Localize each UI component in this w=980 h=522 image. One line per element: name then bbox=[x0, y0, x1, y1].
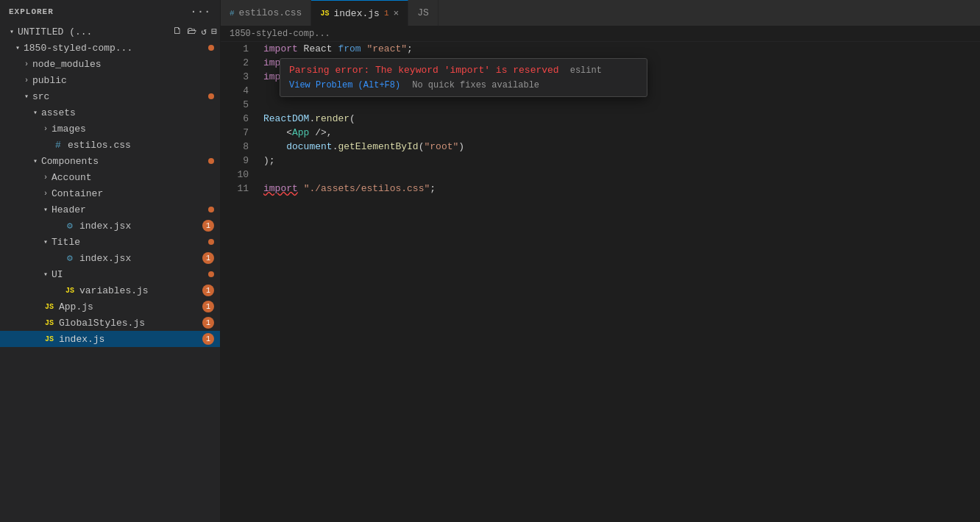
error-badge: 1 bbox=[202, 301, 214, 312]
tab-estilos[interactable]: # estilos.css bbox=[221, 0, 311, 26]
line-num: 10 bbox=[227, 168, 249, 182]
chevron-down-icon: ▾ bbox=[40, 205, 52, 214]
file-estilos-css[interactable]: # estilos.css bbox=[0, 137, 220, 153]
folder-container[interactable]: › Container bbox=[0, 185, 220, 201]
js-file-icon: JS bbox=[63, 287, 77, 295]
file-label: index.js bbox=[59, 334, 202, 345]
folder-label: Account bbox=[52, 172, 220, 183]
tab-index-js[interactable]: JS index.js 1 × bbox=[311, 0, 408, 26]
folder-node-modules[interactable]: › node_modules bbox=[0, 56, 220, 72]
root-folder[interactable]: ▾ UNTITLED (... 🗋 🗁 ↺ ⊟ bbox=[0, 24, 220, 40]
file-app-js[interactable]: JS App.js 1 bbox=[0, 298, 220, 315]
tab-label: JS bbox=[417, 7, 429, 18]
folder-account[interactable]: › Account bbox=[0, 169, 220, 185]
file-variables[interactable]: JS variables.js 1 bbox=[0, 282, 220, 298]
folder-label: Header bbox=[52, 204, 208, 215]
error-badge: 1 bbox=[202, 220, 214, 232]
folder-label: src bbox=[32, 91, 208, 102]
modified-dot bbox=[208, 93, 214, 99]
chevron-down-icon: ▾ bbox=[40, 237, 52, 246]
error-message: Parsing error: The keyword 'import' is r… bbox=[289, 65, 559, 76]
chevron-down-icon: ▾ bbox=[21, 92, 32, 101]
folder-images[interactable]: › images bbox=[0, 121, 220, 137]
file-label: index.jsx bbox=[79, 221, 202, 232]
folder-ui[interactable]: ▾ UI bbox=[0, 266, 220, 282]
more-icon[interactable]: ··· bbox=[191, 6, 211, 18]
file-title-index[interactable]: ⚙ index.jsx 1 bbox=[0, 250, 220, 266]
file-label: App.js bbox=[59, 301, 202, 312]
folder-label: node_modules bbox=[32, 59, 220, 70]
code-line-7: <App />, bbox=[263, 126, 980, 140]
folder-label: images bbox=[52, 124, 220, 135]
sidebar-header-icons: ··· bbox=[191, 6, 211, 18]
error-badge: 1 bbox=[202, 252, 214, 264]
code-line-5 bbox=[263, 98, 980, 112]
error-badge: 1 bbox=[202, 285, 214, 296]
folder-components[interactable]: ▾ Components bbox=[0, 153, 220, 169]
file-index-js[interactable]: JS index.js 1 bbox=[0, 331, 220, 347]
folder-assets[interactable]: ▾ assets bbox=[0, 104, 220, 121]
editor-area: # estilos.css JS index.js 1 × JS 1850-st… bbox=[221, 0, 980, 522]
line-num: 4 bbox=[227, 84, 249, 98]
new-file-icon[interactable]: 🗋 bbox=[173, 26, 182, 37]
file-header-index[interactable]: ⚙ index.jsx 1 bbox=[0, 218, 220, 234]
modified-dot bbox=[208, 158, 214, 164]
tooltip-actions: View Problem (Alt+F8) No quick fixes ava… bbox=[289, 80, 638, 90]
error-badge: 1 bbox=[202, 333, 214, 345]
root-label: UNTITLED (... bbox=[18, 26, 173, 37]
breadcrumb-text: 1850-styled-comp... bbox=[230, 29, 330, 39]
line-num: 3 bbox=[227, 70, 249, 84]
folder-label: 1850-styled-comp... bbox=[24, 43, 208, 54]
tab-label: estilos.css bbox=[239, 7, 302, 18]
folder-label: Title bbox=[52, 237, 208, 248]
file-label: variables.js bbox=[79, 285, 202, 296]
line-num: 5 bbox=[227, 98, 249, 112]
tab-extra-js[interactable]: JS bbox=[408, 0, 438, 26]
tab-bar: # estilos.css JS index.js 1 × JS bbox=[221, 0, 980, 26]
view-problem-link[interactable]: View Problem (Alt+F8) bbox=[289, 80, 400, 90]
new-folder-icon[interactable]: 🗁 bbox=[187, 26, 196, 37]
css-tab-icon: # bbox=[230, 9, 235, 18]
modified-dot bbox=[208, 45, 214, 51]
code-editor[interactable]: import React from "react"; import ReactD… bbox=[258, 42, 980, 522]
line-num: 7 bbox=[227, 126, 249, 140]
refresh-icon[interactable]: ↺ bbox=[201, 26, 207, 37]
chevron-right-icon: › bbox=[40, 190, 52, 198]
jsx-file-icon: ⚙ bbox=[63, 220, 77, 232]
jsx-file-icon: ⚙ bbox=[63, 252, 77, 264]
folder-title[interactable]: ▾ Title bbox=[0, 234, 220, 250]
folder-label: Components bbox=[41, 156, 208, 167]
folder-label: UI bbox=[52, 269, 208, 280]
collapse-icon[interactable]: ⊟ bbox=[211, 26, 217, 37]
tab-label: index.js bbox=[333, 8, 379, 19]
chevron-down-icon: ▾ bbox=[29, 157, 41, 165]
line-numbers: 1 2 3 4 5 6 7 8 9 10 11 bbox=[221, 42, 258, 522]
close-icon[interactable]: × bbox=[393, 8, 399, 19]
explorer-title: EXPLORER bbox=[9, 7, 54, 16]
code-line-8: document.getElementById("root") bbox=[263, 140, 980, 154]
folder-label: public bbox=[32, 75, 220, 86]
chevron-down-icon: ▾ bbox=[40, 270, 52, 279]
error-tooltip: Parsing error: The keyword 'import' is r… bbox=[280, 58, 647, 97]
folder-label: assets bbox=[41, 107, 220, 118]
modified-dot bbox=[208, 239, 214, 245]
folder-public[interactable]: › public bbox=[0, 72, 220, 88]
sidebar-header: EXPLORER ··· bbox=[0, 0, 220, 24]
chevron-right-icon: › bbox=[40, 125, 52, 133]
line-num: 8 bbox=[227, 140, 249, 154]
modified-dot bbox=[208, 271, 214, 277]
folder-styled-comp[interactable]: ▾ 1850-styled-comp... bbox=[0, 40, 220, 56]
folder-header[interactable]: ▾ Header bbox=[0, 201, 220, 218]
folder-src[interactable]: ▾ src bbox=[0, 88, 220, 104]
chevron-down-icon: ▾ bbox=[29, 108, 41, 117]
no-quick-fix-text: No quick fixes available bbox=[412, 80, 539, 90]
line-num: 11 bbox=[227, 182, 249, 196]
line-num: 6 bbox=[227, 112, 249, 126]
sidebar: EXPLORER ··· ▾ UNTITLED (... 🗋 🗁 ↺ ⊟ ▾ 1… bbox=[0, 0, 221, 522]
code-line-9: ); bbox=[263, 154, 980, 168]
file-globalstyles[interactable]: JS GlobalStyles.js 1 bbox=[0, 315, 220, 331]
code-line-1: import React from "react"; bbox=[263, 42, 980, 56]
error-badge: 1 bbox=[202, 317, 214, 329]
chevron-right-icon: › bbox=[21, 60, 32, 68]
tooltip-error-text: Parsing error: The keyword 'import' is r… bbox=[289, 65, 638, 76]
